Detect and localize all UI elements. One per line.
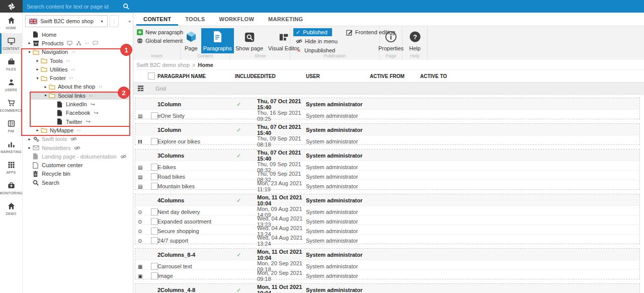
col-active-to[interactable]: ACTIVE TO [420,74,470,79]
col-paragraph-name[interactable]: PARAGRAPH NAME [157,74,235,79]
col-user[interactable]: USER [306,74,370,79]
rail-item-files[interactable]: FILES [0,54,22,75]
row-checkbox[interactable] [151,138,158,145]
chevron-right-icon[interactable]: ▸ [26,145,33,150]
tree-item-twitter[interactable]: Twitter↪ [23,117,133,126]
paragraphs-button[interactable]: Paragraphs [201,28,234,53]
tab-workflow[interactable]: WORKFLOW [212,16,261,26]
tree-item-products[interactable]: ▸Products‹› [23,39,133,47]
tree-item-swift-tools[interactable]: ▸Swift tools [23,135,133,143]
archive-icon [33,40,41,46]
paragraph-row-24-7-support[interactable]: ⊙24/7 supportWed, 04 Aug 2021 13:24Syste… [135,234,639,244]
chevron-down-icon[interactable]: ▾ [34,76,41,81]
group-header-row[interactable]: 4Columns✓Mon, 11 Oct 2021 10:04System ad… [135,194,639,205]
row-checkbox[interactable] [151,164,158,171]
row-checkbox[interactable] [151,237,158,244]
paragraph-row-road-bikes[interactable]: ▤Road bikesThu, 09 Sep 2021 08:32System … [135,170,639,180]
rail-item-content[interactable]: CONTENT [0,33,22,54]
group-header-row[interactable]: 2Columns_4-8✓Mon, 11 Oct 2021 10:04Syste… [135,284,639,293]
tab-content[interactable]: CONTENT [136,16,178,26]
tree-item-about-the-shop[interactable]: ▸About the shop‹› [23,83,133,91]
tree-item-social-links[interactable]: ▾Social links‹› [23,91,133,100]
col-include[interactable]: INCLUDE [235,74,257,79]
pencil-square-icon [346,29,353,36]
paragraph-row-expanded-assortment[interactable]: ⊙Expanded assortmentWed, 04 Aug 2021 13:… [135,215,639,225]
tab-marketing[interactable]: MARKETING [261,16,310,26]
row-checkbox[interactable] [151,183,158,190]
select-all-checkbox[interactable] [148,72,155,80]
row-checkbox[interactable] [151,228,158,235]
row-checkbox[interactable] [151,173,158,180]
chevron-down-icon[interactable]: ▾ [26,50,33,54]
envelope-icon [33,145,41,151]
chevron-right-icon[interactable]: ▸ [34,58,41,63]
tree-item-linkedin[interactable]: LinkedIn↪ [23,100,133,108]
tree-item-nymappe[interactable]: ▸NyMappe‹› [23,126,133,134]
chevron-right-icon[interactable]: ▸ [34,67,41,71]
rail-item-home[interactable]: HOME [0,13,22,33]
col-active-from[interactable]: ACTIVE FROM [370,74,420,79]
rail-item-users[interactable]: USERS [0,75,22,95]
ribbon-spacer [428,26,644,60]
tree-item-navigation[interactable]: ▾Navigation‹› [23,48,133,56]
show-page-button[interactable]: Show page [233,28,265,53]
rail-item-pim[interactable]: PIM [0,116,22,136]
group-header-row[interactable]: 3Columns✓Thu, 07 Oct 2021 15:40System ad… [135,150,639,161]
published-toggle[interactable]: ✓ Published [293,28,332,36]
chevron-right-icon[interactable]: ▸ [42,85,49,89]
chevron-right-icon[interactable]: ▸ [26,137,33,141]
paragraph-row-e-bikes[interactable]: ▤E-bikesThu, 09 Sep 2021 08:32System adm… [135,161,639,170]
site-selector-dropdown[interactable]: Swift B2C demo shop ▼ [25,15,108,27]
tree-item-home[interactable]: Home [23,30,133,39]
paragraph-row-image[interactable]: ▣ImageMon, 20 Sep 2021 09:18System admin… [135,269,639,279]
col-edited[interactable]: EDITED [257,74,306,79]
row-checkbox[interactable] [151,208,158,215]
rail-item-demo[interactable]: DEMO [0,198,22,219]
paragraph-row-eone-sixty[interactable]: ▤eOne SixtyThu, 16 Sep 2021 09:25System … [135,109,639,119]
properties-button[interactable]: Properties [376,28,406,53]
row-checkbox[interactable] [151,112,158,119]
tree-item-facebook[interactable]: Facebook↪ [23,109,133,117]
rail-item-marketing[interactable]: MARKETING [0,136,22,157]
paragraph-row-carrousel-text[interactable]: ▦Carrousel textMon, 20 Sep 2021 09:18Sys… [135,260,639,269]
grid-row[interactable]: Grid [133,83,644,95]
paragraph-row-secure-shopping[interactable]: ⊙Secure shoppingWed, 04 Aug 2021 13:24Sy… [135,225,639,234]
tree-item-recycle-bin[interactable]: Recycle bin [23,170,133,178]
tree-item-utilities[interactable]: ▸Utilities‹› [23,65,133,74]
tree-item-newsletters[interactable]: ▸Newsletters [23,143,133,152]
chevron-down-icon[interactable]: ▾ [42,93,49,98]
tree-item-search[interactable]: Search [23,178,133,187]
help-button[interactable]: ? Help [407,28,423,53]
panel-collapse-icon[interactable]: ◄ [127,19,131,24]
site-options-button[interactable]: ⋮ [110,15,119,27]
group-header-row[interactable]: 2Columns_8-4✓Mon, 11 Oct 2021 10:04Syste… [135,249,639,260]
tab-tools[interactable]: TOOLS [178,16,212,26]
dynamicweb-logo[interactable] [0,0,23,13]
chevron-right-icon[interactable]: ▸ [26,41,33,45]
row-checkbox[interactable] [151,263,158,270]
paragraph-row-explore-our-bikes[interactable]: HExplore our bikesThu, 09 Sep 2021 08:18… [135,135,639,144]
breadcrumb-parent[interactable]: Swift B2C demo shop [136,62,190,68]
paragraph-row-mountain-bikes[interactable]: ▤Mountain bikesMon, 23 Aug 2021 11:19Sys… [135,180,639,189]
group-header-row[interactable]: 1Column✓Thu, 07 Oct 2021 15:40System adm… [135,124,639,135]
new-paragraph-button[interactable]: New paragraph [133,28,180,37]
row-checkbox[interactable] [151,218,158,225]
chevron-right-icon[interactable]: ▸ [34,128,41,132]
include-check-icon: ✓ [235,252,257,258]
hide-in-menu-toggle[interactable]: Hide in menu [293,37,342,45]
tree-item-tools[interactable]: ▸Tools‹› [23,56,133,65]
page-button[interactable]: Page [183,28,200,53]
rail-item-apps[interactable]: APPS [0,157,22,178]
search-input[interactable]: Search content for text or page id [23,0,133,13]
group-header-row[interactable]: 1Column✓Thu, 07 Oct 2021 15:40System adm… [135,98,639,109]
rail-item-ecommerce[interactable]: ECOMMERCE [0,95,22,116]
paragraph-row-next-day-delivery[interactable]: ⊙Next day deliveryMon, 09 Aug 2021 14:09… [135,205,639,215]
tree-item-footer[interactable]: ▾Footer‹› [23,74,133,82]
row-checkbox[interactable] [151,272,158,279]
tree-item-landing-page-dokumentation[interactable]: Landing page - dokumentation [23,152,133,161]
global-element-button[interactable]: Global element [133,37,180,45]
paragraph-name: Carrousel text [157,263,235,269]
rail-item-monitoring[interactable]: MONITORING [0,178,22,198]
search-icon[interactable] [123,3,129,10]
tree-item-customer-center[interactable]: Customer center [23,161,133,169]
